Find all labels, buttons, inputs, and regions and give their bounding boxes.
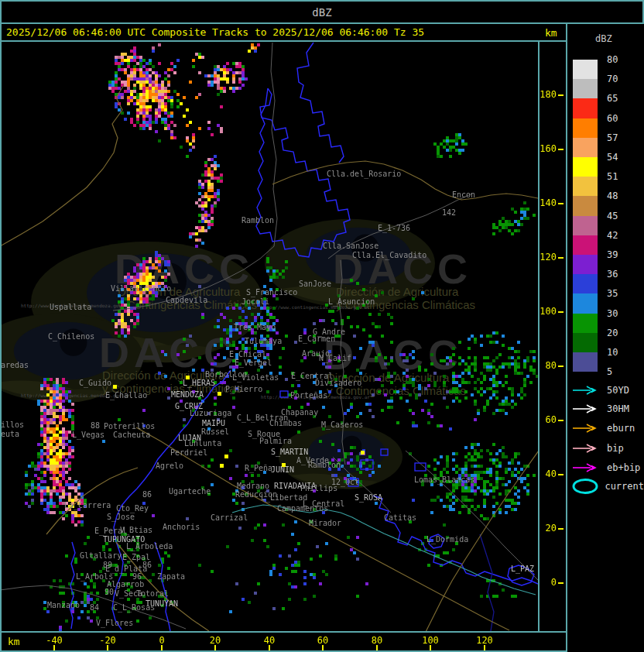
place-label: illos xyxy=(2,421,24,429)
bottom-axis-unit-label: km xyxy=(8,636,20,647)
scale-value-label: 35 xyxy=(607,288,618,299)
bottom-axis: km -40-20020406080100120 xyxy=(0,633,566,652)
place-label: Russel xyxy=(201,428,229,436)
bottom-axis-tick xyxy=(53,645,55,650)
place-label: R_Peña xyxy=(245,465,272,472)
right-axis-tick-label: 20 xyxy=(540,523,557,534)
place-label: Divisadero xyxy=(315,379,361,387)
scale-swatch xyxy=(573,333,598,352)
scale-value-label: 20 xyxy=(607,328,618,338)
scale-panel: dBZ 807065605754514845423936353020105 50… xyxy=(567,24,644,652)
legend-label: bip xyxy=(607,443,624,454)
right-axis-tick-label: 180 xyxy=(540,89,557,100)
place-label: Clla.del_Rosario xyxy=(327,170,401,178)
place-label: Campamentos xyxy=(277,505,328,513)
place-label: Clla.SanJose xyxy=(323,242,379,250)
track-arrow-icon xyxy=(571,422,601,434)
scale-value-label: 57 xyxy=(607,132,618,143)
legend-label: eburn xyxy=(607,423,635,434)
place-label: Porteñas xyxy=(290,392,327,400)
track-arrow-icon xyxy=(571,462,601,474)
legend-label: current xyxy=(605,481,644,492)
right-axis-tick xyxy=(558,257,564,259)
place-label: Perdriel xyxy=(170,449,207,457)
track-arrow-icon xyxy=(571,384,601,396)
bottom-axis-tick xyxy=(107,645,108,650)
place-label: Ramblon xyxy=(308,462,341,469)
place-label: E_Chical xyxy=(229,351,266,359)
place-label: Encon xyxy=(452,191,475,199)
radar-world: DACCDirección de Agriculturay Contingenc… xyxy=(2,42,538,631)
place-label: L_HERAS xyxy=(183,379,215,387)
place-label: E_Carmen xyxy=(298,335,335,343)
cell-marker-icon xyxy=(218,392,221,396)
legend-label: 30HM xyxy=(607,403,629,414)
scale-value-label: 51 xyxy=(607,171,618,182)
place-label: L_Vegas xyxy=(72,431,104,439)
department-line xyxy=(339,260,345,465)
scale-swatch xyxy=(573,235,598,255)
scale-swatch xyxy=(573,118,598,138)
place-label: Zapata xyxy=(157,573,185,581)
right-axis-tick-label: 80 xyxy=(540,360,557,371)
scale-swatch xyxy=(573,79,598,98)
scale-value-label: 70 xyxy=(607,74,618,84)
right-axis-tick-label: 100 xyxy=(540,306,557,317)
cell-marker-icon xyxy=(220,464,224,468)
place-label: Cacheuta xyxy=(113,431,150,439)
place-label: Mirador xyxy=(309,520,341,527)
place-label: La_Carrera xyxy=(64,502,111,510)
right-axis-tick-label: 140 xyxy=(540,197,557,208)
place-label: C_L_Rosas xyxy=(113,604,155,612)
right-axis-tick xyxy=(558,311,564,313)
scale-swatch xyxy=(573,138,598,157)
right-axis-tick-label: 60 xyxy=(540,414,557,425)
place-label: Tulumaya xyxy=(245,338,282,345)
right-axis-tick xyxy=(558,94,564,96)
scale-value-label: 60 xyxy=(607,113,618,124)
place-label: Capdevila xyxy=(166,297,207,304)
boundary-line xyxy=(70,542,75,629)
place-label: Anchoris xyxy=(163,523,200,531)
place-label: L_PAZ xyxy=(511,565,534,573)
place-label: Luzuriaga xyxy=(190,410,231,417)
scale-swatch xyxy=(573,314,598,333)
right-axis-tick xyxy=(558,203,564,204)
scale-value-label: 10 xyxy=(607,347,618,358)
scale-swatch xyxy=(573,60,598,79)
radar-plot-area[interactable]: DACCDirección de Agriculturay Contingenc… xyxy=(2,42,538,631)
place-label: Uspallata xyxy=(50,304,91,311)
place-label: M_Caseros xyxy=(321,421,363,429)
right-axis-tick xyxy=(558,582,564,584)
cell-marker-icon xyxy=(224,455,228,458)
bottom-axis-tick-label: -20 xyxy=(99,635,116,646)
bottom-axis-tick-label: 20 xyxy=(210,635,221,646)
scale-value-label: 54 xyxy=(607,152,618,163)
bottom-axis-tick xyxy=(161,645,163,650)
place-label: Medrano xyxy=(237,482,269,490)
place-label: E_Vergel xyxy=(235,359,272,367)
scale-swatch xyxy=(573,196,598,215)
scale-swatch xyxy=(573,216,598,235)
scale-value-label: 39 xyxy=(607,249,618,260)
place-label: Tres_Mayo xyxy=(234,324,276,331)
place-label: S_MARTIN xyxy=(271,448,308,456)
place-label: Ramblon xyxy=(242,217,274,225)
place-label: 90 xyxy=(104,589,114,596)
place-label: 142 xyxy=(442,209,456,217)
legend-item-eb+bip: eb+bip xyxy=(571,460,644,475)
place-label: 88 xyxy=(91,422,100,430)
current-ellipse-icon xyxy=(571,478,598,495)
bottom-axis-tick xyxy=(430,645,431,650)
place-label: S_Jose xyxy=(107,513,135,521)
legend-item-current: current xyxy=(571,479,644,494)
right-axis-tick xyxy=(558,149,564,150)
right-axis-tick-label: 0 xyxy=(540,577,557,588)
place-label: L_Arboleda xyxy=(126,543,173,551)
scale-value-label: 30 xyxy=(607,308,618,319)
scale-title: dBZ xyxy=(595,33,612,44)
scale-value-label: 45 xyxy=(607,211,618,221)
place-label: E_1-736 xyxy=(378,225,410,232)
timestamp-text: 2025/12/06 06:46:00 UTC Composite Tracks… xyxy=(6,26,424,38)
place-label: 86 xyxy=(142,491,152,499)
